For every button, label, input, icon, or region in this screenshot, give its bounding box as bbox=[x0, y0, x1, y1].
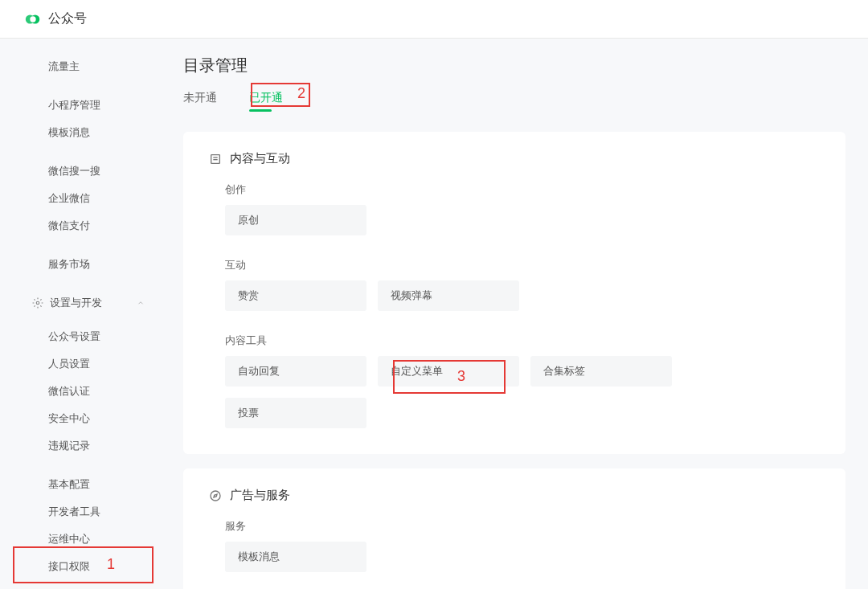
brand: 公众号 bbox=[24, 10, 87, 28]
tag-original[interactable]: 原创 bbox=[225, 205, 366, 235]
page-title: 目录管理 bbox=[183, 55, 845, 76]
sidebar-item-enterprise-wx[interactable]: 企业微信 bbox=[0, 185, 161, 212]
panel-content-interaction: 内容与互动 创作 原创 互动 赞赏 视频弹幕 内容工具 bbox=[183, 132, 845, 454]
sidebar-item-dev-tools[interactable]: 开发者工具 bbox=[0, 498, 161, 526]
sidebar-item-account-settings[interactable]: 公众号设置 bbox=[0, 323, 161, 350]
sidebar-item-basic-config[interactable]: 基本配置 bbox=[0, 471, 161, 498]
sidebar-item-template-msg[interactable]: 模板消息 bbox=[0, 119, 161, 146]
sidebar-item-search[interactable]: 微信搜一搜 bbox=[0, 157, 161, 185]
group-content-tools: 内容工具 自动回复 自定义菜单 合集标签 投票 bbox=[225, 333, 820, 428]
sidebar-item-ops-center[interactable]: 运维中心 bbox=[0, 526, 161, 553]
tag-reward[interactable]: 赞赏 bbox=[225, 280, 366, 311]
tag-custom-menu[interactable]: 自定义菜单 bbox=[378, 356, 519, 387]
tag-vote[interactable]: 投票 bbox=[225, 398, 366, 428]
svg-point-7 bbox=[211, 491, 220, 501]
group-label: 互动 bbox=[225, 258, 820, 272]
group-label: 内容工具 bbox=[225, 333, 820, 348]
sidebar-item-liuliangzhu[interactable]: 流量主 bbox=[0, 53, 161, 80]
panel-title: 广告与服务 bbox=[230, 488, 290, 503]
gear-icon bbox=[32, 297, 43, 309]
wechat-logo-icon bbox=[24, 10, 42, 28]
sidebar-section-settings[interactable]: 设置与开发 bbox=[0, 289, 161, 317]
sidebar-item-violation-log[interactable]: 违规记录 bbox=[0, 432, 161, 460]
svg-point-3 bbox=[36, 301, 39, 305]
sidebar-item-security-center[interactable]: 安全中心 bbox=[0, 405, 161, 432]
tag-template-message[interactable]: 模板消息 bbox=[225, 542, 366, 572]
sidebar: 流量主 小程序管理 模板消息 微信搜一搜 企业微信 微信支付 服务市场 设置与开… bbox=[0, 39, 161, 589]
panel-title: 内容与互动 bbox=[230, 151, 290, 166]
group-label: 服务 bbox=[225, 519, 820, 534]
brand-text: 公众号 bbox=[48, 10, 87, 27]
tab-not-enabled[interactable]: 未开通 bbox=[183, 91, 217, 112]
group-services: 服务 模板消息 bbox=[225, 519, 820, 572]
svg-marker-8 bbox=[214, 494, 217, 497]
tag-video-danmu[interactable]: 视频弹幕 bbox=[378, 280, 519, 311]
compass-icon bbox=[209, 489, 222, 502]
sidebar-section-label: 设置与开发 bbox=[50, 296, 102, 310]
tag-auto-reply[interactable]: 自动回复 bbox=[225, 356, 366, 387]
main-content: 目录管理 未开通 已开通 内容与互动 创作 原创 互动 bbox=[161, 39, 868, 589]
sidebar-item-staff-settings[interactable]: 人员设置 bbox=[0, 350, 161, 378]
content-icon bbox=[209, 153, 222, 166]
chevron-up-icon bbox=[137, 299, 145, 307]
sidebar-item-service-market[interactable]: 服务市场 bbox=[0, 251, 161, 278]
svg-point-2 bbox=[30, 16, 35, 22]
sidebar-item-miniprogram[interactable]: 小程序管理 bbox=[0, 92, 161, 119]
app-header: 公众号 bbox=[0, 0, 868, 39]
group-label: 创作 bbox=[225, 182, 820, 197]
sidebar-item-api-permissions[interactable]: 接口权限 bbox=[0, 553, 161, 580]
tab-bar: 未开通 已开通 bbox=[183, 91, 845, 112]
group-interaction: 互动 赞赏 视频弹幕 bbox=[225, 258, 820, 311]
group-creation: 创作 原创 bbox=[225, 182, 820, 235]
tab-enabled[interactable]: 已开通 bbox=[249, 91, 283, 112]
sidebar-item-wx-verify[interactable]: 微信认证 bbox=[0, 378, 161, 405]
panel-ads-services: 广告与服务 服务 模板消息 bbox=[183, 468, 845, 589]
tag-collection-tags[interactable]: 合集标签 bbox=[530, 356, 672, 387]
sidebar-item-wxpay[interactable]: 微信支付 bbox=[0, 212, 161, 239]
